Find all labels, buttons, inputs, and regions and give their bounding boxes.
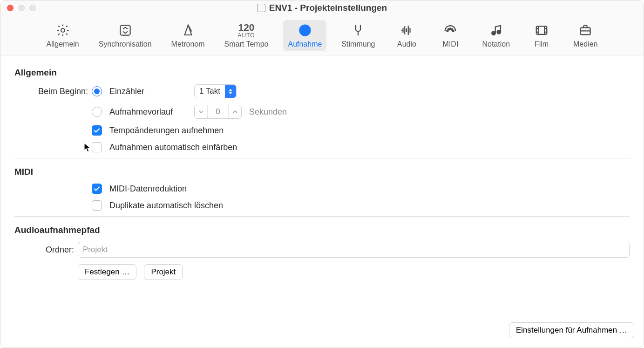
auto-color-label: Aufnahmen automatisch einfärben [109, 143, 237, 152]
chevron-up-icon[interactable] [228, 105, 241, 118]
countin-select[interactable]: 1 Takt [194, 84, 237, 98]
tempo-changes-label: Tempoänderungen aufnehmen [109, 126, 224, 136]
window-controls [7, 5, 36, 11]
tab-medien[interactable]: Medien [569, 20, 602, 51]
checkbox-midi-reduction[interactable] [92, 184, 102, 194]
checkbox-tempo-changes[interactable] [92, 125, 102, 136]
countin-value: 1 Takt [195, 87, 225, 96]
svg-point-8 [452, 29, 453, 30]
midi-reduction-label: MIDI-Datenreduktion [109, 184, 187, 194]
svg-point-3 [303, 28, 307, 33]
minimize-icon[interactable] [18, 5, 25, 11]
window-title: ENV1 - Projekteinstellungen [0, 3, 644, 13]
checkbox-dup-delete[interactable] [92, 200, 102, 211]
radio-preroll[interactable] [92, 107, 102, 117]
titlebar: ENV1 - Projekteinstellungen [0, 0, 644, 15]
tab-label: Synchronisation [99, 40, 152, 48]
tab-midi[interactable]: MIDI [434, 20, 467, 51]
tab-label: Aufnahme [288, 40, 322, 48]
toolbar: Allgemein Synchronisation Metronom 120 A… [0, 15, 644, 55]
recording-settings-button[interactable]: Einstellungen für Aufnahmen … [509, 322, 634, 338]
section-path-title: Audioaufnahmepfad [14, 225, 630, 235]
tab-metronom[interactable]: Metronom [167, 20, 210, 51]
section-general-title: Allgemein [14, 68, 630, 78]
separator [14, 158, 630, 158]
window-title-text: ENV1 - Projekteinstellungen [269, 3, 387, 13]
tab-label: Medien [573, 40, 597, 48]
close-icon[interactable] [7, 5, 14, 11]
metronome-icon [181, 23, 196, 38]
app-icon [257, 4, 265, 12]
tab-label: Metronom [171, 40, 205, 48]
midi-icon [443, 23, 458, 38]
begin-label: Beim Beginn: [14, 87, 89, 96]
section-midi-title: MIDI [14, 167, 630, 177]
separator [14, 216, 630, 217]
tab-notation[interactable]: Notation [477, 20, 515, 51]
tab-synchronisation[interactable]: Synchronisation [94, 20, 156, 51]
preroll-label: Aufnahmevorlauf [109, 107, 187, 117]
tab-audio[interactable]: Audio [390, 20, 423, 51]
film-icon [534, 23, 549, 38]
preroll-unit: Sekunden [249, 107, 287, 117]
tab-label: MIDI [443, 40, 459, 48]
folder-placeholder: Projekt [83, 245, 108, 254]
countin-label: Einzähler [109, 87, 187, 96]
svg-point-7 [448, 29, 449, 30]
tab-label: Stimmung [341, 40, 375, 48]
recording-settings-label: Einstellungen für Aufnahmen … [516, 326, 627, 335]
project-button[interactable]: Projekt [144, 264, 183, 280]
set-button-label: Festlegen … [85, 267, 129, 277]
zoom-icon[interactable] [29, 5, 36, 11]
tuning-fork-icon [351, 23, 366, 38]
preroll-stepper[interactable]: 0 [194, 105, 242, 119]
chevron-down-icon[interactable] [195, 105, 208, 118]
content-area: Allgemein Beim Beginn: Einzähler 1 Takt … [0, 55, 644, 289]
tab-film[interactable]: Film [525, 20, 558, 51]
set-button[interactable]: Festlegen … [78, 264, 136, 280]
svg-point-0 [61, 28, 65, 32]
folder-input[interactable]: Projekt [78, 242, 630, 258]
gear-icon [55, 23, 70, 38]
tab-label: Audio [397, 40, 416, 48]
tab-label: Smart Tempo [224, 40, 269, 48]
sync-icon [118, 23, 133, 38]
tab-aufnahme[interactable]: Aufnahme [283, 20, 326, 51]
tab-stimmung[interactable]: Stimmung [337, 20, 380, 51]
svg-point-5 [450, 28, 451, 29]
record-icon [298, 23, 312, 38]
smart-tempo-icon: 120 AUTO [239, 23, 254, 38]
briefcase-icon [578, 23, 593, 38]
waveform-icon [399, 23, 414, 38]
svg-rect-11 [536, 26, 547, 34]
smart-tempo-auto: AUTO [237, 32, 255, 39]
tab-label: Allgemein [46, 40, 79, 48]
tab-label: Film [535, 40, 549, 48]
smart-tempo-number: 120 [238, 22, 255, 32]
preroll-value: 0 [208, 105, 228, 118]
tab-smart-tempo[interactable]: 120 AUTO Smart Tempo [220, 20, 273, 51]
notation-icon [488, 23, 503, 38]
radio-countin[interactable] [92, 86, 102, 96]
tab-allgemein[interactable]: Allgemein [41, 20, 83, 51]
checkbox-auto-color[interactable] [92, 142, 102, 152]
folder-label: Ordner: [14, 245, 75, 255]
tab-label: Notation [482, 40, 510, 48]
project-button-label: Projekt [151, 267, 176, 277]
dup-delete-label: Duplikate automatisch löschen [109, 201, 223, 211]
stepper-arrows-icon [225, 85, 236, 98]
